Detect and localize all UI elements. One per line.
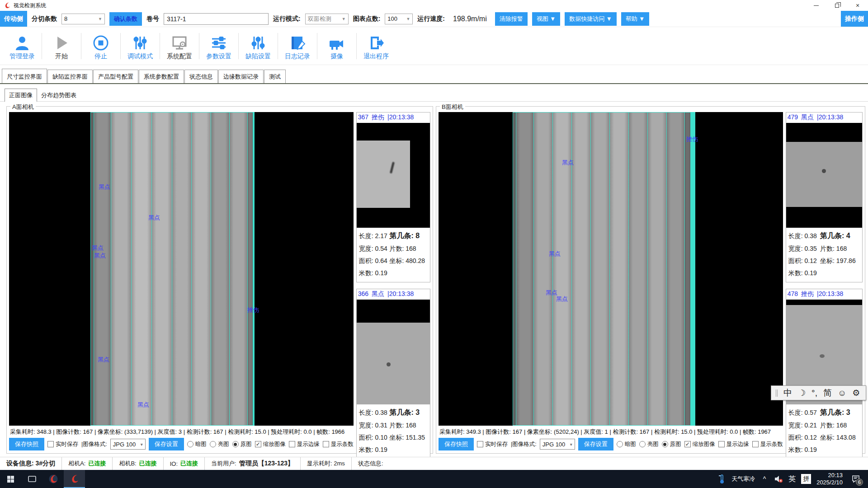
start-button[interactable]: 开始: [42, 35, 81, 65]
log-record-button[interactable]: 日志记录: [278, 35, 317, 65]
show-edges-checkbox[interactable]: 显示边缘: [289, 441, 320, 448]
tab-test[interactable]: 测试: [264, 70, 286, 83]
defect-time: |20:13:38: [817, 113, 843, 122]
start-button[interactable]: [0, 470, 21, 488]
ime-simplified-toggle[interactable]: 简: [823, 387, 832, 399]
realtime-save-checkbox[interactable]: 实时保存: [47, 441, 78, 448]
clock[interactable]: 20:13 2025/2/10: [816, 472, 843, 487]
chevron-down-icon: ▼: [95, 17, 102, 21]
admin-login-button[interactable]: 管理登录: [3, 35, 42, 65]
pinned-app-button[interactable]: [42, 470, 64, 488]
checkbox-icon: [289, 441, 295, 447]
chart-points-label: 图表点数:: [353, 15, 381, 23]
dark-image-radio[interactable]: 暗图: [617, 441, 636, 448]
minimize-button[interactable]: [806, 0, 826, 11]
hidden-icons-chevron[interactable]: ^: [760, 475, 769, 483]
show-strips-checkbox[interactable]: 显示条数: [752, 441, 783, 448]
data-quick-access-button[interactable]: 数据快捷访问 ▼: [565, 12, 616, 26]
ime-language-bar[interactable]: 中 ☽ °, 简 ☺ ⚙: [771, 385, 866, 400]
drive-side-button[interactable]: 传动侧: [0, 11, 27, 27]
restore-button[interactable]: [826, 0, 847, 11]
defect-card[interactable]: 478 挫伤 |20:13:38 长度: 0.57 第几条: 3 宽度: 0.2…: [786, 289, 863, 459]
chevron-down-icon: ▾: [141, 442, 143, 447]
zoom-image-checkbox[interactable]: ✓缩放图像: [684, 441, 715, 448]
roll-number-input[interactable]: 3117-1: [164, 13, 269, 25]
bright-image-radio[interactable]: 亮图: [639, 441, 659, 448]
pinned-app-icon: [48, 474, 58, 484]
param-settings-button[interactable]: 参数设置: [199, 35, 238, 65]
tab-defect-monitor[interactable]: 缺陷监控界面: [47, 70, 93, 83]
thermometer-icon: [718, 474, 726, 484]
material-strips: [513, 112, 695, 426]
camera-a-controls: 保存快照 实时保存 |图像格式: JPG 100▾ 保存设置 暗图 亮图 原图 …: [9, 437, 354, 451]
ime-punctuation-icon[interactable]: °,: [811, 388, 817, 398]
ime-mode-indicator[interactable]: 拼: [801, 474, 811, 484]
image-format-select[interactable]: JPG 100▾: [110, 439, 146, 450]
slit-count-select[interactable]: 8▼: [61, 14, 105, 24]
defect-marker-label: 挫伤: [686, 135, 698, 143]
defect-coord: 坐标: 197.86: [820, 257, 860, 265]
subtab-trend-chart[interactable]: 分布趋势图表: [37, 89, 80, 102]
tab-system-param-config[interactable]: 系统参数配置: [139, 70, 184, 83]
run-mode-label: 运行模式:: [273, 15, 301, 23]
defect-width: 宽度: 0.54: [359, 245, 390, 253]
panel-a-groupbox: A面相机: [6, 106, 433, 454]
h-sliders-icon: [211, 35, 227, 51]
zoom-image-checkbox[interactable]: ✓缩放图像: [255, 441, 286, 448]
stop-button[interactable]: 停止: [81, 35, 120, 65]
defect-meters: 米数: 0.19: [359, 446, 390, 454]
notification-center-button[interactable]: 6: [848, 470, 863, 488]
operator-side-button[interactable]: 操作侧: [841, 11, 868, 27]
language-indicator[interactable]: 英: [788, 474, 796, 484]
ime-chinese-toggle[interactable]: 中: [783, 387, 792, 399]
v-sliders-icon: [250, 35, 266, 51]
original-image-radio[interactable]: 原图: [232, 441, 252, 448]
bright-image-radio[interactable]: 亮图: [210, 441, 229, 448]
defect-thumbnail: [357, 300, 430, 404]
camera-capture-button[interactable]: 摄像: [317, 38, 356, 65]
defect-coord: 坐标: 151.35: [389, 434, 428, 442]
image-format-select[interactable]: JPG 100▾: [540, 439, 575, 450]
confirm-count-button[interactable]: 确认条数: [109, 12, 142, 26]
ime-settings-icon[interactable]: ⚙: [852, 388, 860, 398]
defect-length: 长度: 0.57: [788, 409, 820, 417]
camera-b-image[interactable]: 挫伤 黑点 黑点 黑点 黑点: [439, 112, 783, 426]
running-app-button[interactable]: [64, 470, 85, 488]
checkbox-icon: [718, 441, 725, 447]
camera-a-image[interactable]: 黑点 黑点 黑点 黑点 挫伤 黑点 黑点: [9, 112, 354, 426]
speaker-muted-icon[interactable]: [774, 475, 783, 483]
tab-edge-data-record[interactable]: 边缘数据记录: [218, 70, 264, 83]
defect-time: |20:13:38: [387, 113, 414, 122]
task-view-button[interactable]: [21, 470, 42, 488]
defect-card[interactable]: 367 挫伤 |20:13:38 长度: 2.17 第几条: 8 宽度: 0.5…: [356, 112, 430, 282]
close-button[interactable]: ×: [847, 0, 868, 11]
view-menu-button[interactable]: 视图 ▼: [532, 12, 560, 26]
ime-emoji-icon[interactable]: ☺: [838, 388, 846, 398]
tab-status-info[interactable]: 状态信息: [184, 70, 218, 83]
subtab-front-image[interactable]: 正面图像: [5, 89, 37, 102]
tab-size-monitor[interactable]: 尺寸监控界面: [2, 69, 47, 83]
exit-program-button[interactable]: 退出程序: [357, 35, 396, 65]
save-settings-button[interactable]: 保存设置: [578, 438, 613, 450]
realtime-save-checkbox[interactable]: 实时保存: [477, 441, 508, 448]
defect-card[interactable]: 366 黑点 |20:13:38 长度: 0.38 第几条: 3 宽度: 0.3…: [356, 289, 430, 459]
system-config-button[interactable]: 系统配置: [160, 35, 199, 65]
help-menu-button[interactable]: 帮助 ▼: [621, 12, 649, 26]
weather-text[interactable]: 天气寒冷: [731, 475, 755, 483]
clear-alarm-button[interactable]: 清除报警: [495, 12, 528, 26]
ime-halfwidth-icon[interactable]: ☽: [798, 388, 806, 398]
main-tab-strip: 尺寸监控界面 缺陷监控界面 产品型号配置 系统参数配置 状态信息 边缘数据记录 …: [0, 65, 868, 84]
debug-mode-button[interactable]: 调试模式: [121, 35, 160, 65]
dark-image-radio[interactable]: 暗图: [187, 441, 207, 448]
chart-points-select[interactable]: 100▼: [385, 14, 413, 24]
defect-settings-button[interactable]: 缺陷设置: [239, 35, 278, 65]
save-snapshot-button[interactable]: 保存快照: [9, 438, 44, 450]
show-edges-checkbox[interactable]: 显示边缘: [718, 441, 749, 448]
run-mode-select[interactable]: 双面检测▼: [305, 14, 349, 24]
show-strips-checkbox[interactable]: 显示条数: [323, 441, 354, 448]
save-snapshot-button[interactable]: 保存快照: [439, 438, 474, 450]
save-settings-button[interactable]: 保存设置: [149, 438, 184, 450]
original-image-radio[interactable]: 原图: [662, 441, 681, 448]
defect-card[interactable]: 479 黑点 |20:13:38 长度: 0.38 第几条: 4 宽度: 0.3…: [786, 112, 863, 282]
tab-product-model-config[interactable]: 产品型号配置: [93, 70, 138, 83]
